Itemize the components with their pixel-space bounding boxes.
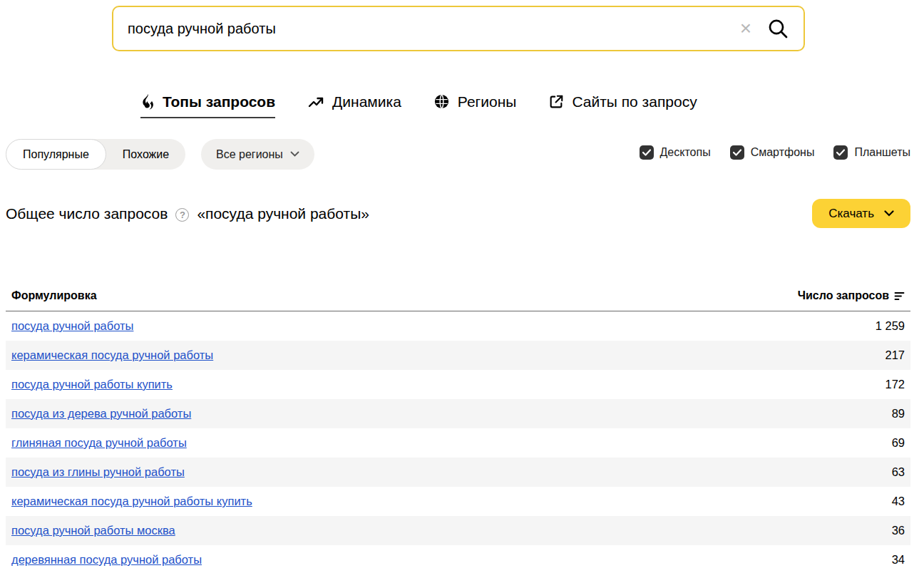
query-count: 69 — [892, 436, 905, 450]
column-header-count[interactable]: Число запросов — [798, 289, 905, 302]
help-icon[interactable]: ? — [175, 208, 189, 222]
table-row: посуда из глины ручной работы 63 — [6, 458, 910, 487]
device-checkboxes: Десктопы Смартфоны Планшеты — [640, 145, 910, 160]
query-count: 89 — [892, 407, 905, 420]
tabs: Топы запросов Динамика Регионы Сайты по … — [140, 93, 697, 118]
table-header: Формулировка Число запросов — [6, 288, 910, 311]
query-link[interactable]: посуда из дерева ручной работы — [11, 407, 191, 420]
region-dropdown-value: Все регионы — [216, 148, 283, 161]
checkbox-box — [640, 145, 654, 160]
search-input[interactable] — [128, 21, 735, 37]
trend-icon — [307, 93, 324, 110]
tab-regions[interactable]: Регионы — [433, 93, 517, 118]
summary-title: Общее число запросов — [6, 205, 168, 222]
search-icon[interactable] — [766, 17, 789, 40]
query-count: 172 — [885, 378, 905, 391]
download-label: Скачать — [828, 207, 874, 221]
checkbox-label: Десктопы — [660, 146, 711, 159]
tab-label: Сайты по запросу — [572, 93, 697, 110]
tab-label: Топы запросов — [163, 93, 275, 110]
column-header-phrase: Формулировка — [11, 289, 97, 302]
query-link[interactable]: посуда ручной работы москва — [11, 524, 175, 537]
column-header-count-label: Число запросов — [798, 289, 889, 302]
query-link[interactable]: керамическая посуда ручной работы — [11, 349, 213, 362]
tab-sites-by-query[interactable]: Сайты по запросу — [548, 93, 697, 118]
segment-similar[interactable]: Похожие — [106, 139, 185, 170]
checkbox-label: Смартфоны — [751, 146, 815, 159]
flame-icon — [140, 93, 155, 110]
checkbox-box — [833, 145, 848, 160]
table-row: посуда ручной работы 1 259 — [6, 311, 910, 341]
query-link[interactable]: посуда ручной работы купить — [11, 378, 173, 391]
query-count: 34 — [892, 553, 905, 567]
checkbox-smartphones[interactable]: Смартфоны — [730, 145, 815, 160]
query-link[interactable]: деревянная посуда ручной работы — [11, 553, 202, 567]
sort-icon — [894, 291, 905, 301]
tab-dynamics[interactable]: Динамика — [307, 93, 401, 118]
table-row: деревянная посуда ручной работы 34 — [6, 545, 910, 573]
tab-label: Динамика — [332, 93, 401, 110]
query-count: 36 — [892, 524, 905, 537]
queries-table: Формулировка Число запросов посуда ручно… — [6, 288, 910, 573]
table-row: глиняная посуда ручной работы 69 — [6, 428, 910, 458]
query-link[interactable]: посуда из глины ручной работы — [11, 465, 185, 479]
chevron-down-icon — [290, 151, 299, 158]
query-count: 1 259 — [876, 319, 905, 333]
segment-popular[interactable]: Популярные — [6, 139, 106, 170]
region-dropdown[interactable]: Все регионы — [201, 139, 314, 170]
table-body: посуда ручной работы 1 259 керамическая … — [6, 311, 910, 573]
table-row: посуда ручной работы купить 172 — [6, 370, 910, 399]
table-row: керамическая посуда ручной работы 217 — [6, 341, 910, 370]
table-row: керамическая посуда ручной работы купить… — [6, 487, 910, 516]
query-count: 217 — [885, 349, 905, 362]
table-row: посуда из дерева ручной работы 89 — [6, 399, 910, 428]
summary-query: «посуда ручной работы» — [197, 205, 369, 222]
checkbox-tablets[interactable]: Планшеты — [833, 145, 910, 160]
checkbox-box — [730, 145, 744, 160]
summary-heading: Общее число запросов ? «посуда ручной ра… — [6, 205, 369, 222]
search-bar: × — [112, 6, 805, 51]
tab-top-queries[interactable]: Топы запросов — [140, 93, 275, 118]
query-type-segmented-control: Популярные Похожие — [6, 139, 185, 170]
query-link[interactable]: глиняная посуда ручной работы — [11, 436, 187, 450]
table-row: посуда ручной работы москва 36 — [6, 516, 910, 545]
chevron-down-icon — [884, 210, 894, 217]
tab-label: Регионы — [458, 93, 517, 110]
checkbox-desktops[interactable]: Десктопы — [640, 145, 711, 160]
globe-icon — [433, 93, 450, 110]
external-link-icon — [548, 94, 564, 110]
query-count: 43 — [892, 495, 905, 508]
segment-label: Популярные — [23, 148, 89, 161]
query-link[interactable]: керамическая посуда ручной работы купить — [11, 495, 252, 508]
segment-label: Похожие — [123, 148, 169, 161]
query-link[interactable]: посуда ручной работы — [11, 319, 133, 333]
checkbox-label: Планшеты — [854, 146, 910, 159]
clear-icon[interactable]: × — [735, 19, 756, 38]
download-button[interactable]: Скачать — [812, 199, 910, 228]
query-count: 63 — [892, 465, 905, 479]
